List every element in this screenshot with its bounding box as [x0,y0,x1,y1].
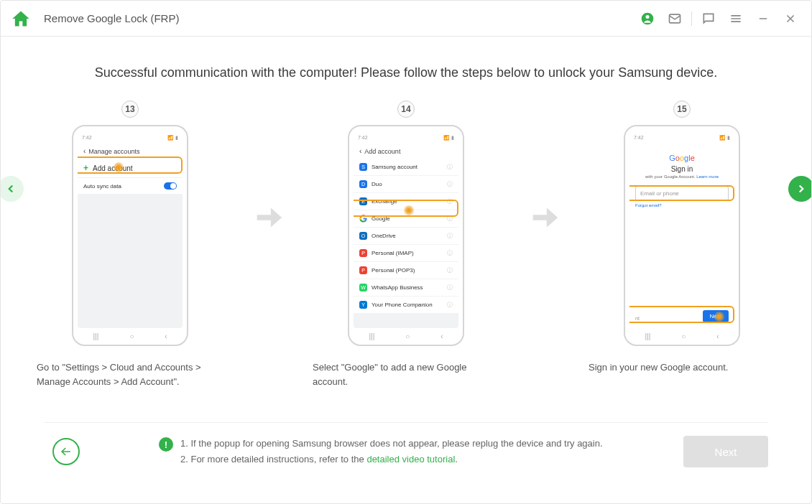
account-icon[interactable] [637,8,658,29]
footer: ! 1. If the popup for opening Samsung br… [44,422,768,487]
step-caption: Select "Google" to add a new Google acco… [313,360,499,396]
svg-point-1 [646,15,650,19]
video-tutorial-link[interactable]: detailed video tutorial [366,454,455,465]
info-block: ! 1. If the popup for opening Samsung br… [159,436,662,467]
next-button[interactable]: Next [683,436,768,467]
chevron-right-icon [252,201,285,237]
toggle-icon [164,182,177,190]
back-button[interactable] [52,438,80,465]
minimize-icon[interactable] [752,8,774,29]
google-logo: Google [635,154,729,162]
step-14: 14 7:42📶 ▮ ‹Add account SSamsung account… [302,101,510,396]
feedback-icon[interactable] [698,8,719,29]
account-item: SSamsung accountⓘ [354,159,458,175]
step-13: 13 7:42📶 ▮ ‹Manage accounts + Add accoun… [26,101,234,396]
account-item: OOneDriveⓘ [354,228,458,244]
next-arrow[interactable] [788,176,812,202]
close-icon[interactable] [780,8,801,29]
steps-row: 13 7:42📶 ▮ ‹Manage accounts + Add accoun… [22,101,790,396]
home-icon[interactable] [11,9,31,29]
divider [691,11,692,26]
manage-accounts-label: Manage accounts [88,148,139,155]
forgot-email-link: Forgot email? [635,203,729,207]
header-icon-group [637,8,801,29]
account-item: DDuoⓘ [354,176,458,192]
account-item: PPersonal (POP3)ⓘ [354,262,458,279]
main-heading: Successful communication with the comput… [22,65,790,80]
step-number: 14 [397,101,415,118]
chevron-right-icon [527,201,560,237]
step-number: 13 [121,101,139,118]
step-number: 15 [673,101,691,118]
phone-mockup-15: 7:42📶 ▮ Google Sign in with your Google … [624,125,740,346]
tip-1: 1. If the popup for opening Samsung brow… [180,436,603,452]
phone-mockup-14: 7:42📶 ▮ ‹Add account SSamsung accountⓘDD… [348,125,464,346]
add-account-header: Add account [364,148,400,155]
info-icon: ! [159,437,173,452]
signin-title: Sign in [635,165,729,173]
account-item: WWhatsApp Businessⓘ [354,279,458,296]
menu-icon[interactable] [725,8,747,29]
prev-arrow[interactable] [0,176,24,202]
mail-icon[interactable] [664,8,686,29]
account-item: YYour Phone Companionⓘ [354,297,458,313]
account-item: PPersonal (IMAP)ⓘ [354,245,458,261]
phone-mockup-13: 7:42📶 ▮ ‹Manage accounts + Add account A… [72,125,188,346]
auto-sync-label: Auto sync data [83,183,121,190]
learn-more-link: Learn more [696,174,719,179]
main-content: Successful communication with the comput… [1,37,811,503]
step-caption: Go to "Settings > Cloud and Accounts > M… [37,360,223,396]
tip-2: 2. For more detailed instructions, refer… [180,452,603,467]
step-15: 15 7:42📶 ▮ Google Sign in with your Goog… [578,101,786,396]
page-title: Remove Google Lock (FRP) [44,12,637,24]
step-caption: Sign in your new Google account. [589,360,775,396]
app-header: Remove Google Lock (FRP) [1,1,811,37]
